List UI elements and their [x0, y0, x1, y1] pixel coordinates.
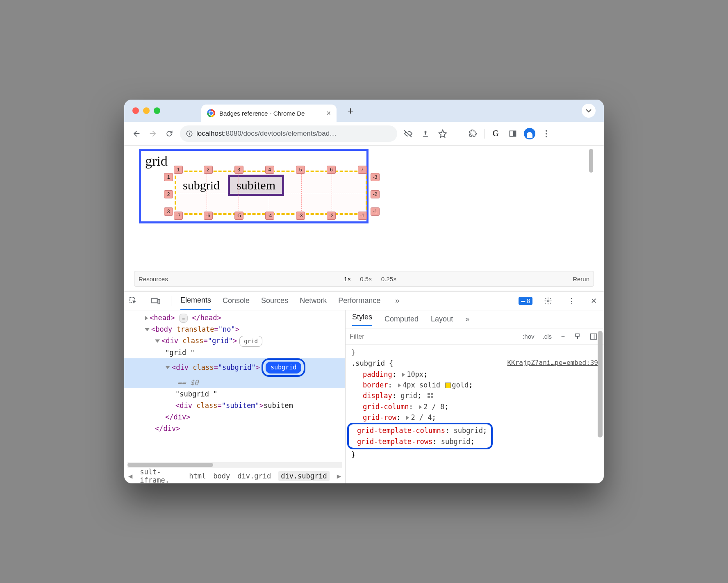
- cls-button[interactable]: .cls: [540, 332, 555, 341]
- back-button[interactable]: [131, 128, 142, 139]
- svg-rect-10: [158, 299, 160, 304]
- minimize-window-button[interactable]: [143, 107, 150, 114]
- breadcrumb-item[interactable]: sult-iframe.: [140, 468, 182, 484]
- search-tabs-button[interactable]: [582, 104, 596, 118]
- styles-filter-input[interactable]: [350, 333, 517, 340]
- breadcrumb-item[interactable]: body: [213, 472, 230, 480]
- tab-console[interactable]: Console: [223, 292, 250, 309]
- breadcrumb-next-icon[interactable]: ▶: [337, 472, 341, 480]
- grid-editor-icon[interactable]: [428, 393, 434, 399]
- svg-rect-1: [189, 133, 190, 135]
- grid-line-number: -3: [371, 173, 380, 181]
- zoom-1x[interactable]: 1×: [342, 276, 353, 282]
- new-rule-icon[interactable]: ＋: [557, 332, 569, 341]
- grid-line-number: -1: [358, 212, 367, 220]
- share-icon[interactable]: [419, 128, 432, 140]
- selected-dom-node[interactable]: <div class="subgrid">subgrid: [124, 358, 345, 377]
- more-styles-tabs-icon[interactable]: »: [465, 315, 469, 323]
- browser-tab[interactable]: Badges reference - Chrome De ×: [201, 105, 337, 122]
- tab-computed[interactable]: Computed: [384, 315, 419, 323]
- new-tab-button[interactable]: +: [344, 104, 357, 117]
- kebab-menu-icon[interactable]: [540, 128, 553, 140]
- extensions-icon[interactable]: [467, 128, 479, 140]
- svg-rect-4: [513, 131, 516, 136]
- svg-rect-2: [189, 132, 190, 132]
- grid-overlay: grid subgrid subitem: [139, 149, 369, 223]
- grid-line-number: -6: [204, 212, 213, 220]
- tab-layout[interactable]: Layout: [431, 315, 453, 323]
- subgrid-overlay: subgrid subitem: [175, 171, 367, 215]
- hov-button[interactable]: :hov: [520, 332, 537, 341]
- reload-button[interactable]: [164, 128, 175, 139]
- tab-sources[interactable]: Sources: [261, 292, 288, 309]
- svg-rect-14: [591, 334, 597, 339]
- subgrid-label: subgrid: [179, 178, 224, 192]
- color-swatch[interactable]: [445, 383, 451, 388]
- styles-scrollbar[interactable]: [598, 331, 603, 437]
- styles-rules[interactable]: } .subgrid {KKrajpZ?ani…pe=embed:39 padd…: [346, 345, 604, 483]
- star-icon[interactable]: [437, 128, 449, 140]
- close-tab-icon[interactable]: ×: [326, 109, 331, 118]
- content-area: grid subgrid subitem: [124, 146, 604, 483]
- svg-point-11: [547, 300, 549, 302]
- grid-line-number: -2: [327, 212, 336, 220]
- tab-strip: Badges reference - Chrome De × +: [124, 100, 604, 122]
- more-tabs-icon[interactable]: »: [392, 296, 403, 305]
- grid-line-number: 1: [174, 166, 183, 174]
- resources-button[interactable]: Resources: [139, 276, 168, 282]
- svg-rect-13: [577, 336, 578, 339]
- rerun-button[interactable]: Rerun: [573, 276, 589, 282]
- close-devtools-icon[interactable]: ✕: [588, 296, 599, 305]
- brush-icon[interactable]: [572, 332, 584, 341]
- chrome-favicon-icon: [207, 109, 215, 117]
- grid-line-number: 3: [234, 166, 243, 174]
- window-controls: [132, 107, 160, 114]
- devtools-kebab-icon[interactable]: ⋮: [566, 296, 577, 305]
- zoom-05x[interactable]: 0.5×: [358, 276, 374, 282]
- breadcrumb-prev-icon[interactable]: ◀: [128, 472, 132, 480]
- eye-off-icon[interactable]: [402, 128, 414, 140]
- grid-line-number: 2: [204, 166, 213, 174]
- tab-performance[interactable]: Performance: [338, 292, 380, 309]
- address-bar[interactable]: localhost:8080/docs/devtools/elements/ba…: [180, 125, 397, 142]
- maximize-window-button[interactable]: [154, 107, 160, 114]
- grid-line-number: -1: [371, 207, 380, 216]
- inspect-icon[interactable]: [129, 297, 140, 305]
- grid-line-number: -2: [371, 190, 380, 198]
- breadcrumb-item[interactable]: html: [189, 472, 206, 480]
- panel-icon[interactable]: [507, 128, 519, 140]
- grid-line-number: 5: [296, 166, 305, 174]
- dom-tree[interactable]: <head> … </head> <body translate="no"> <…: [124, 310, 345, 461]
- tab-styles[interactable]: Styles: [352, 313, 372, 326]
- google-icon[interactable]: G: [489, 128, 502, 140]
- device-toggle-icon[interactable]: [151, 297, 162, 305]
- highlighted-properties: grid-template-columns: subgrid; grid-tem…: [347, 423, 493, 449]
- styles-tabs: Styles Computed Layout »: [346, 310, 604, 328]
- grid-line-number: -5: [234, 212, 243, 220]
- breadcrumb-item[interactable]: div.grid: [237, 472, 271, 480]
- url-text: localhost:8080/docs/devtools/elements/ba…: [196, 130, 391, 138]
- elements-h-scrollbar[interactable]: [127, 462, 342, 468]
- source-link[interactable]: KKrajpZ?ani…pe=embed:39: [507, 358, 598, 368]
- svg-point-5: [546, 130, 547, 132]
- svg-point-6: [546, 133, 547, 134]
- page-scrollbar[interactable]: [589, 149, 593, 173]
- grid-line-number: 4: [265, 166, 274, 174]
- close-window-button[interactable]: [132, 107, 139, 114]
- zoom-025x[interactable]: 0.25×: [380, 276, 398, 282]
- svg-point-7: [546, 136, 547, 137]
- settings-gear-icon[interactable]: [544, 297, 555, 305]
- grid-badge[interactable]: grid: [239, 336, 262, 347]
- breadcrumb-item-selected[interactable]: div.subgrid: [278, 471, 330, 481]
- devtools-tabs: Elements Console Sources Network Perform…: [124, 292, 604, 310]
- grid-line-number: -3: [296, 212, 305, 220]
- grid-line-number: -7: [174, 212, 183, 220]
- forward-button[interactable]: [147, 128, 159, 139]
- tab-network[interactable]: Network: [300, 292, 327, 309]
- tab-elements[interactable]: Elements: [180, 292, 211, 310]
- issues-badge[interactable]: 8: [519, 297, 532, 305]
- dom-breadcrumbs: ◀ sult-iframe. html body div.grid div.su…: [124, 468, 345, 483]
- profile-avatar[interactable]: [524, 128, 535, 139]
- subgrid-badge[interactable]: subgrid: [266, 362, 301, 373]
- grid-line-number: 3: [164, 207, 173, 216]
